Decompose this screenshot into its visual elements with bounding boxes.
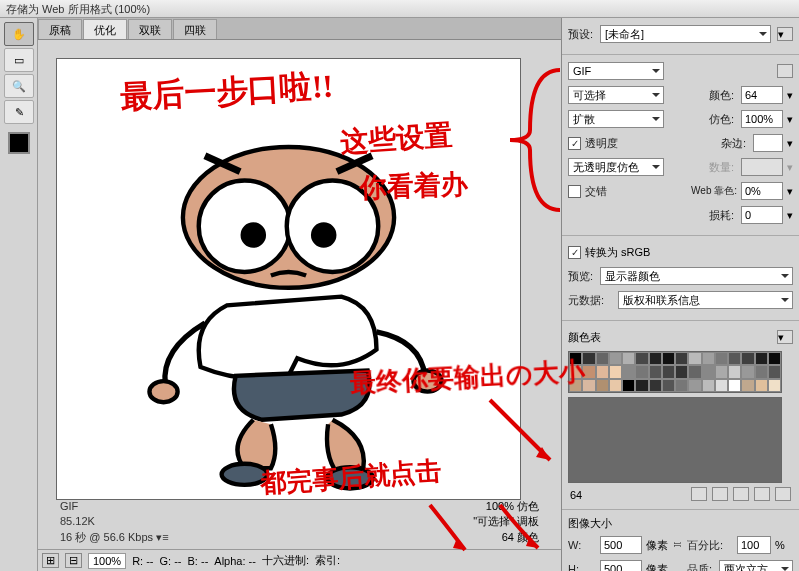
dither-stepper-icon[interactable]: ▾ [787,113,793,126]
zoom-tool[interactable]: 🔍 [4,74,34,98]
color-cell[interactable] [755,352,768,365]
transparency-checkbox[interactable]: ✓ [568,137,581,150]
color-cell[interactable] [649,379,662,392]
color-cell[interactable] [715,365,728,378]
color-cell[interactable] [609,352,622,365]
colors-stepper-icon[interactable]: ▾ [787,89,793,102]
color-cell[interactable] [582,379,595,392]
color-cell[interactable] [702,365,715,378]
dither-input[interactable]: 100% [741,110,783,128]
color-cell[interactable] [702,379,715,392]
color-cell[interactable] [755,365,768,378]
color-cell[interactable] [662,352,675,365]
color-cell[interactable] [768,352,781,365]
preview-select[interactable]: 显示器颜色 [600,267,793,285]
tab-4up[interactable]: 四联 [173,19,217,39]
color-cell[interactable] [741,352,754,365]
color-cell[interactable] [635,352,648,365]
color-cell[interactable] [609,365,622,378]
panel-menu-icon[interactable] [777,64,793,78]
tab-optimized[interactable]: 优化 [83,19,127,39]
svg-point-8 [327,467,373,488]
color-cell[interactable] [596,365,609,378]
color-cell[interactable] [596,379,609,392]
height-input[interactable]: 500 [600,560,642,571]
zoom-field[interactable]: 100% [88,553,126,569]
percent-input[interactable]: 100 [737,536,771,554]
color-cell[interactable] [569,352,582,365]
color-cell[interactable] [675,365,688,378]
preset-select[interactable]: [未命名] [600,25,771,43]
width-input[interactable]: 500 [600,536,642,554]
color-cell[interactable] [622,365,635,378]
colortable-menu-icon[interactable]: ▾ [777,330,793,344]
svg-point-5 [149,381,177,402]
trans-dither-select[interactable]: 无透明度仿色 [568,158,664,176]
color-cell[interactable] [596,352,609,365]
color-cell[interactable] [635,365,648,378]
ct-trash-icon[interactable] [775,487,791,501]
color-cell[interactable] [622,352,635,365]
color-cell[interactable] [675,352,688,365]
quality-select[interactable]: 两次立方 [719,560,793,571]
interlace-checkbox[interactable] [568,185,581,198]
color-cell[interactable] [728,379,741,392]
quality-label: 品质: [687,562,715,572]
color-cell[interactable] [741,365,754,378]
dither-label: 仿色: [709,112,737,127]
preset-menu-icon[interactable]: ▾ [777,27,793,41]
hand-tool[interactable]: ✋ [4,22,34,46]
color-cell[interactable] [662,379,675,392]
marquee-tool[interactable]: ▭ [4,48,34,72]
srgb-checkbox[interactable]: ✓ [568,246,581,259]
matte-swatch[interactable] [753,134,783,152]
center-panel: 原稿 优化 双联 四联 [38,18,561,571]
color-cell[interactable] [688,379,701,392]
color-cell[interactable] [662,365,675,378]
color-cell[interactable] [582,365,595,378]
color-table-grid[interactable] [568,351,782,393]
color-cell[interactable] [715,352,728,365]
dither-method-select[interactable]: 扩散 [568,110,664,128]
nav-left-icon[interactable]: ⊞ [42,553,59,568]
color-cell[interactable] [635,379,648,392]
color-cell[interactable] [688,352,701,365]
color-cell[interactable] [675,379,688,392]
ct-btn-2[interactable] [712,487,728,501]
ct-btn-4[interactable] [754,487,770,501]
tab-2up[interactable]: 双联 [128,19,172,39]
color-cell[interactable] [569,379,582,392]
color-cell[interactable] [622,379,635,392]
color-cell[interactable] [688,365,701,378]
color-cell[interactable] [609,379,622,392]
colors-input[interactable]: 64 [741,86,783,104]
color-cell[interactable] [569,365,582,378]
link-icon[interactable]: ⎶ [674,539,681,551]
websnap-stepper-icon[interactable]: ▾ [787,185,793,198]
color-cell[interactable] [768,365,781,378]
color-cell[interactable] [768,379,781,392]
color-cell[interactable] [755,379,768,392]
ct-btn-1[interactable] [691,487,707,501]
color-cell[interactable] [728,365,741,378]
color-cell[interactable] [582,352,595,365]
format-select[interactable]: GIF [568,62,664,80]
ct-btn-3[interactable] [733,487,749,501]
color-cell[interactable] [728,352,741,365]
metadata-select[interactable]: 版权和联系信息 [618,291,793,309]
color-cell[interactable] [741,379,754,392]
lossy-input[interactable]: 0 [741,206,783,224]
websnap-input[interactable]: 0% [741,182,783,200]
nav-right-icon[interactable]: ⊟ [65,553,82,568]
canvas-viewport[interactable]: GIF 85.12K 16 秒 @ 56.6 Kbps ▾≡ 100% 仿色 "… [38,40,561,549]
tab-original[interactable]: 原稿 [38,19,82,39]
color-cell[interactable] [649,352,662,365]
foreground-swatch[interactable] [8,132,30,154]
reduction-select[interactable]: 可选择 [568,86,664,104]
matte-menu-icon[interactable]: ▾ [787,137,793,150]
color-cell[interactable] [649,365,662,378]
color-cell[interactable] [702,352,715,365]
eyedropper-tool[interactable]: ✎ [4,100,34,124]
color-cell[interactable] [715,379,728,392]
lossy-stepper-icon[interactable]: ▾ [787,209,793,222]
